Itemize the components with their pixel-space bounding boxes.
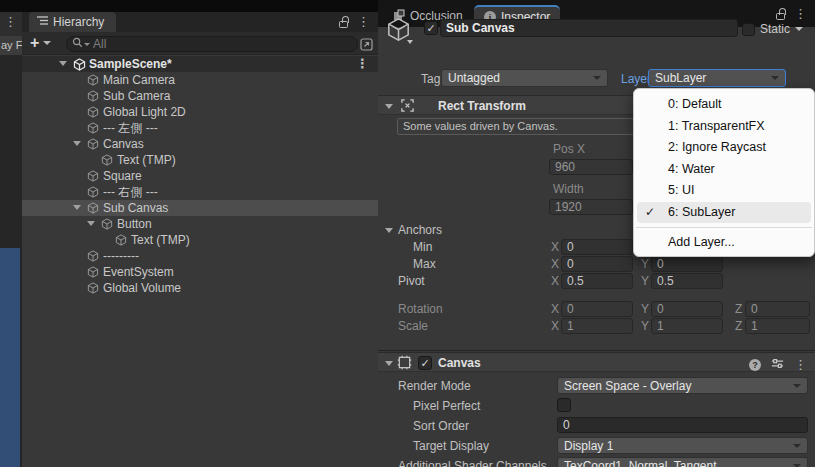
add-gameobject-button[interactable]: + [30,34,51,52]
layer-menu-item[interactable]: ✓6: SubLayer [637,202,811,224]
open-search-window-icon[interactable] [358,36,374,52]
menu-item-label: Add Layer... [668,235,735,249]
number-field[interactable]: 0 [651,256,723,272]
tree-row[interactable]: Text (TMP) [22,232,378,248]
hierarchy-tab-bar: Hierarchy ⋮ [22,12,378,32]
kebab-menu-icon[interactable]: ⋮ [4,15,17,28]
tree-row[interactable]: Button [22,216,378,232]
tab-hierarchy[interactable]: Hierarchy [29,12,116,32]
target-display-dropdown[interactable]: Display 1 [557,437,808,454]
kebab-menu-icon[interactable]: ⋮ [794,358,807,372]
foldout-triangle-icon[interactable] [59,61,67,66]
tree-row[interactable]: SampleScene*⋮ [22,56,378,72]
tree-item-label: Canvas [103,136,144,152]
menu-item-label: 1: TransparentFX [668,119,765,133]
number-field[interactable]: 1 [561,318,633,334]
number-field[interactable]: 0.5 [561,273,633,289]
property-label: Min [413,240,432,254]
axis-prefix-label: X [551,319,559,333]
tree-row[interactable]: Global Light 2D [22,104,378,120]
canvas-header[interactable]: ✓ Canvas ? ⋮ [378,352,815,372]
layer-menu-item[interactable]: 4: Water [634,159,814,181]
axis-prefix-label: Z [735,319,742,333]
kebab-menu-icon[interactable]: ⋮ [357,15,370,29]
property-row: RotationX0Y0Z0 [378,301,815,318]
layer-menu-item[interactable]: 2: Ignore Raycast [634,137,814,159]
tag-dropdown[interactable]: Untagged [441,69,608,87]
check-icon: ✓ [645,202,655,224]
hierarchy-panel: Hierarchy ⋮ + SampleScene*⋮M [22,0,378,467]
axis-prefix-label: Y [641,257,649,271]
layer-menu-item[interactable]: 0: Default [634,94,814,116]
property-row: Sort Order0 [378,417,815,437]
property-label: Pivot [398,274,425,288]
gameobject-name-field[interactable] [440,19,738,37]
help-icon[interactable]: ? [749,359,761,371]
number-field[interactable]: 0 [651,301,723,317]
tree-row[interactable]: Sub Canvas [22,200,378,216]
chevron-down-icon [793,444,801,448]
layer-menu-item[interactable]: 1: TransparentFX [634,116,814,138]
tree-row[interactable]: Main Camera [22,72,378,88]
number-field[interactable]: 0 [745,301,810,317]
tree-row[interactable]: --------- [22,248,378,264]
tree-row[interactable]: Canvas [22,136,378,152]
number-field[interactable]: 1 [745,318,810,334]
axis-prefix-label: Y [641,274,649,288]
width-field[interactable]: 1920 [549,199,633,215]
canvas-enabled-checkbox[interactable]: ✓ [418,356,432,370]
tree-row[interactable]: Sub Camera [22,88,378,104]
tree-item-label: Text (TMP) [131,232,190,248]
kebab-menu-icon[interactable]: ⋮ [356,57,369,71]
tree-row[interactable]: --- 右側 --- [22,184,378,200]
chevron-down-icon [43,41,51,45]
lock-icon[interactable] [339,16,349,29]
foldout-triangle-icon[interactable] [385,104,393,109]
kebab-menu-icon[interactable]: ⋮ [794,7,807,21]
number-field[interactable]: 0 [561,256,633,272]
tree-row[interactable]: Square [22,168,378,184]
presets-icon[interactable] [771,357,784,373]
tag-value: Untagged [448,71,593,85]
foldout-triangle-icon[interactable] [87,221,95,226]
property-label: Max [413,257,436,271]
window-chrome-strip [0,0,22,12]
layer-menu-item[interactable]: 5: UI [634,180,814,202]
static-flags-caret-icon[interactable] [795,27,803,31]
layer-dropdown[interactable]: SubLayer [648,69,786,87]
scene-view-fragment [0,248,20,467]
lock-icon[interactable] [776,8,786,21]
number-field[interactable]: 1 [651,318,723,334]
tree-item-label: Sub Camera [103,88,170,104]
sort-order-field[interactable]: 0 [557,417,808,433]
anchors-foldout-icon[interactable] [385,228,393,233]
chevron-down-icon [793,464,801,467]
tree-row[interactable]: --- 左側 --- [22,120,378,136]
gameobject-active-checkbox[interactable]: ✓ [424,21,438,35]
search-input[interactable] [93,37,352,51]
layer-menu-item[interactable]: Add Layer... [634,232,814,254]
chevron-down-icon[interactable] [407,40,413,44]
pos-x-field[interactable]: 960 [549,159,633,175]
hierarchy-search-field[interactable] [66,36,358,52]
tree-item-label: Global Volume [103,280,181,296]
hierarchy-tab-label: Hierarchy [53,15,104,29]
property-label: Scale [398,319,428,333]
number-field[interactable]: 0 [561,301,633,317]
foldout-triangle-icon[interactable] [73,205,81,210]
pixel-perfect-checkbox[interactable] [557,398,571,412]
number-field[interactable]: 0 [561,239,633,255]
tree-row[interactable]: Text (TMP) [22,152,378,168]
property-row: Pixel Perfect [378,397,815,417]
axis-prefix-label: X [551,240,559,254]
foldout-triangle-icon[interactable] [385,361,393,366]
tree-row[interactable]: EventSystem [22,264,378,280]
dropdown-value: Screen Space - Overlay [564,379,793,393]
render-mode-dropdown[interactable]: Screen Space - Overlay [557,377,808,394]
static-checkbox[interactable] [742,23,755,36]
foldout-triangle-icon[interactable] [73,141,81,146]
tree-row[interactable]: Global Volume [22,280,378,296]
axis-prefix-label: Y [641,302,649,316]
number-field[interactable]: 0.5 [651,273,723,289]
additional-shader-channels-dropdown[interactable]: TexCoord1, Normal, Tangent [557,457,808,467]
